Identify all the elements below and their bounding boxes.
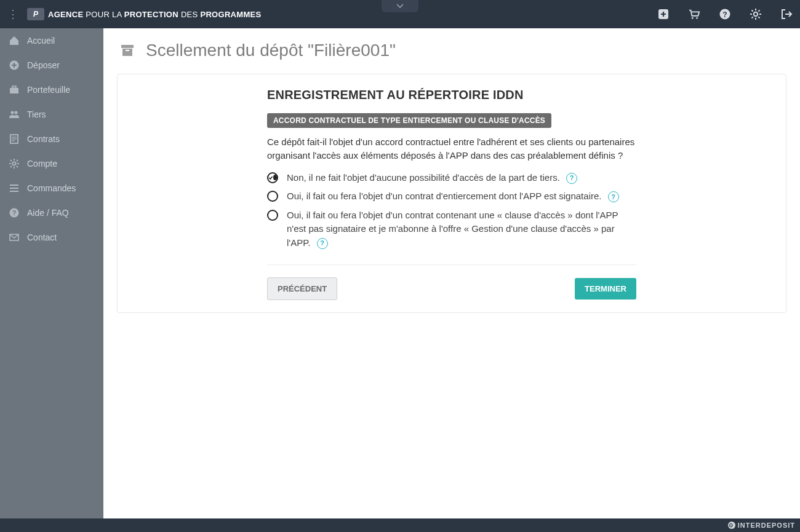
svg-rect-40 bbox=[126, 50, 129, 51]
envelope-icon bbox=[9, 232, 20, 243]
sidebar-item-contrats[interactable]: Contrats bbox=[0, 127, 103, 151]
sidebar-item-accueil[interactable]: Accueil bbox=[0, 28, 103, 53]
question-text: Ce dépôt fait-il l'objet d'un accord con… bbox=[267, 135, 636, 162]
sidebar-item-commandes[interactable]: Commandes bbox=[0, 176, 103, 200]
radio-label: Oui, il fait ou fera l'objet d'un contra… bbox=[287, 189, 619, 204]
svg-line-12 bbox=[752, 17, 753, 18]
svg-point-17 bbox=[11, 111, 14, 114]
section-heading: ENREGISTREMENT AU RÉPERTOIRE IDDN bbox=[267, 88, 636, 102]
sidebar-item-label: Commandes bbox=[27, 183, 76, 193]
logo-mark-icon: P bbox=[27, 8, 44, 20]
svg-line-28 bbox=[10, 160, 12, 161]
logout-icon[interactable] bbox=[780, 8, 793, 20]
sidebar-item-label: Portefeuille bbox=[27, 85, 70, 95]
help-icon[interactable]: ? bbox=[317, 238, 328, 249]
sidebar-item-portefeuille[interactable]: Portefeuille bbox=[0, 77, 103, 102]
menu-dots-icon[interactable]: ⋮ bbox=[7, 7, 18, 21]
svg-line-29 bbox=[17, 166, 18, 167]
sidebar-item-label: Tiers bbox=[27, 109, 46, 119]
sidebar-item-label: Déposer bbox=[27, 60, 60, 70]
svg-rect-39 bbox=[122, 49, 132, 56]
svg-text:?: ? bbox=[12, 209, 17, 216]
topbar-actions: ? bbox=[657, 8, 793, 20]
svg-point-18 bbox=[15, 111, 18, 114]
form-card: ENREGISTREMENT AU RÉPERTOIRE IDDN ACCORD… bbox=[117, 74, 786, 313]
radio-option-2[interactable]: Oui, il fait ou fera l'objet d'un contra… bbox=[267, 208, 636, 250]
sidebar: Accueil Déposer Portefeuille Tiers Contr… bbox=[0, 28, 103, 518]
brand-text: AGENCE POUR LA PROTECTION DES PROGRAMMES bbox=[48, 10, 262, 19]
sidebar-item-aide[interactable]: ? Aide / FAQ bbox=[0, 200, 103, 225]
sidebar-item-deposer[interactable]: Déposer bbox=[0, 53, 103, 77]
page-title: Scellement du dépôt "Filière001" bbox=[146, 41, 396, 60]
svg-rect-15 bbox=[10, 88, 18, 93]
brand-logo[interactable]: P AGENCE POUR LA PROTECTION DES PROGRAMM… bbox=[27, 8, 262, 20]
finish-button[interactable]: TERMINER bbox=[575, 278, 636, 300]
svg-rect-16 bbox=[12, 86, 16, 88]
svg-text:?: ? bbox=[722, 10, 727, 19]
sidebar-item-label: Contact bbox=[27, 232, 57, 242]
svg-line-10 bbox=[752, 10, 753, 12]
svg-point-1 bbox=[692, 17, 694, 19]
radio-input[interactable] bbox=[267, 191, 278, 202]
svg-point-2 bbox=[696, 17, 698, 19]
prev-button[interactable]: PRÉCÉDENT bbox=[267, 277, 337, 300]
svg-point-23 bbox=[12, 162, 15, 165]
help-icon[interactable]: ? bbox=[608, 191, 619, 202]
footer-logo-icon: ⊙ bbox=[728, 522, 735, 529]
topbar: ⋮ P AGENCE POUR LA PROTECTION DES PROGRA… bbox=[0, 0, 800, 28]
gear-icon bbox=[9, 158, 20, 169]
svg-line-30 bbox=[10, 166, 12, 167]
radio-label: Non, il ne fait l'objet d'aucune possibi… bbox=[287, 171, 577, 185]
page-title-row: Scellement du dépôt "Filière001" bbox=[120, 41, 786, 60]
help-circle-icon: ? bbox=[9, 207, 20, 218]
briefcase-icon bbox=[9, 84, 20, 95]
radio-input[interactable] bbox=[267, 210, 278, 221]
home-icon bbox=[9, 35, 20, 46]
form-section: ENREGISTREMENT AU RÉPERTOIRE IDDN ACCORD… bbox=[267, 88, 636, 250]
footer: ⊙ INTERDEPOSIT bbox=[0, 518, 800, 532]
sidebar-item-compte[interactable]: Compte bbox=[0, 151, 103, 176]
svg-line-13 bbox=[758, 10, 759, 12]
section-badge: ACCORD CONTRACTUEL DE TYPE ENTIERCEMENT … bbox=[267, 113, 551, 128]
svg-point-5 bbox=[754, 12, 758, 16]
radio-option-0[interactable]: Non, il ne fait l'objet d'aucune possibi… bbox=[267, 171, 636, 185]
sidebar-item-label: Aide / FAQ bbox=[27, 208, 69, 218]
archive-icon bbox=[120, 44, 135, 57]
help-icon[interactable]: ? bbox=[566, 173, 577, 184]
svg-rect-38 bbox=[121, 45, 134, 48]
sidebar-item-label: Compte bbox=[27, 159, 57, 169]
svg-line-11 bbox=[758, 17, 759, 18]
sidebar-item-label: Accueil bbox=[27, 36, 55, 46]
users-icon bbox=[9, 109, 20, 120]
list-icon bbox=[9, 183, 20, 194]
cart-icon[interactable] bbox=[688, 8, 700, 20]
add-icon[interactable] bbox=[657, 8, 670, 20]
gear-icon[interactable] bbox=[750, 8, 762, 20]
radio-input[interactable] bbox=[267, 172, 278, 183]
main-content: Scellement du dépôt "Filière001" ENREGIS… bbox=[103, 28, 800, 518]
topbar-dropdown-tab[interactable] bbox=[382, 0, 418, 12]
chevron-down-icon bbox=[396, 3, 404, 9]
document-icon bbox=[9, 133, 20, 145]
sidebar-item-label: Contrats bbox=[27, 134, 60, 144]
radio-label: Oui, il fait ou fera l'objet d'un contra… bbox=[287, 208, 636, 250]
plus-circle-icon bbox=[9, 60, 20, 71]
help-icon[interactable]: ? bbox=[719, 8, 731, 20]
sidebar-item-contact[interactable]: Contact bbox=[0, 225, 103, 250]
footer-text: INTERDEPOSIT bbox=[738, 522, 795, 529]
sidebar-item-tiers[interactable]: Tiers bbox=[0, 102, 103, 127]
svg-line-31 bbox=[17, 160, 18, 161]
radio-option-1[interactable]: Oui, il fait ou fera l'objet d'un contra… bbox=[267, 189, 636, 204]
form-buttons: PRÉCÉDENT TERMINER bbox=[267, 264, 636, 300]
